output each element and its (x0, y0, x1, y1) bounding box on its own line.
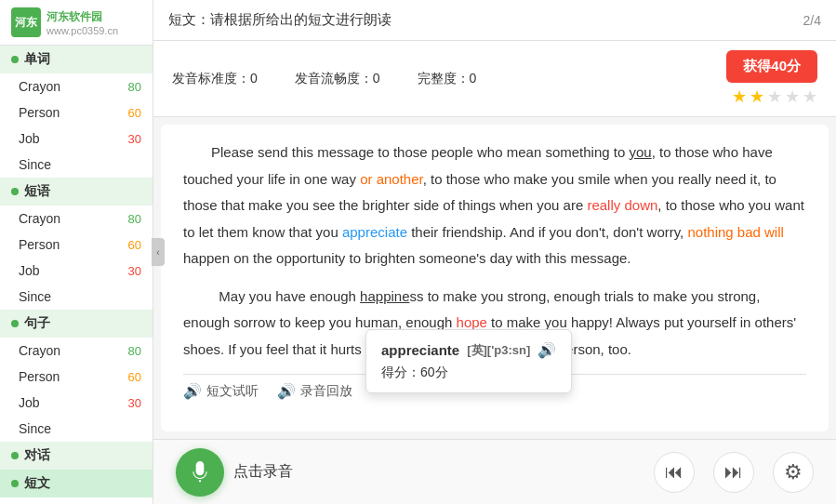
word-tooltip: appreciante [英]['p3:sn] 🔊 得分：60分 (365, 329, 572, 393)
get-score-button[interactable]: 获得40分 (726, 50, 817, 83)
section-phrase: 短语 (0, 178, 153, 206)
settings-icon: ⚙ (784, 460, 803, 484)
listen-label: 短文试听 (206, 383, 259, 400)
sidebar-item-word-job[interactable]: Job30 (0, 126, 153, 152)
sidebar-item-word-since[interactable]: Since (0, 152, 153, 178)
word-hope: hope (457, 314, 487, 330)
sidebar-item-sentence-since[interactable]: Since (0, 416, 153, 442)
section-dialogue: 对话 (0, 442, 153, 470)
sidebar-item-sentence-job[interactable]: Job30 (0, 390, 153, 416)
star-2: ★ (750, 86, 764, 107)
word-appreciate[interactable]: appreciate (342, 224, 407, 240)
sidebar-item-sentence-crayon[interactable]: Crayon80 (0, 338, 153, 364)
sidebar: 河东 河东软件园 www.pc0359.cn 单词 Crayon80 Perso… (0, 0, 153, 504)
star-1: ★ (732, 86, 747, 107)
tooltip-score: 得分：60分 (381, 365, 556, 381)
prev-icon: ⏮ (665, 461, 683, 483)
listen-icon: 🔊 (183, 382, 202, 400)
playback-label: 录音回放 (300, 383, 352, 400)
sidebar-item-phrase-since[interactable]: Since (0, 284, 153, 310)
tooltip-phonetic: [英]['p3:sn] (467, 342, 530, 359)
record-bar: 点击录音 ⏮ ⏭ ⚙ (153, 439, 836, 504)
record-controls: ⏮ ⏭ ⚙ (654, 452, 814, 493)
tooltip-word-row: appreciante [英]['p3:sn] 🔊 (381, 341, 556, 359)
star-4: ★ (785, 86, 800, 107)
star-3: ★ (767, 86, 782, 107)
sidebar-item-sentence-person[interactable]: Person60 (0, 364, 153, 390)
section-passage: 短文 (0, 470, 153, 497)
section-word: 单词 (0, 46, 153, 73)
pronunciation-standard: 发音标准度：0 (172, 71, 258, 87)
listen-button[interactable]: 🔊 短文试听 (183, 382, 259, 400)
sidebar-item-word-crayon[interactable]: Crayon80 (0, 73, 153, 99)
word-really-down[interactable]: really down (587, 197, 657, 213)
word-nothing-bad-will: nothing bad will (687, 224, 783, 240)
word-happiness[interactable]: happine (360, 288, 409, 304)
passage-para1: Please send this message to those people… (183, 139, 806, 272)
record-label: 点击录音 (233, 462, 293, 482)
main-area: 短文：请根据所给出的短文进行朗读 2/4 发音标准度：0 发音流畅度：0 完整度… (153, 0, 836, 504)
sidebar-item-phrase-crayon[interactable]: Crayon80 (0, 206, 153, 232)
next-icon: ⏭ (724, 461, 743, 483)
settings-button[interactable]: ⚙ (773, 452, 814, 493)
prev-button[interactable]: ⏮ (654, 452, 695, 493)
playback-button[interactable]: 🔊 录音回放 (277, 382, 352, 400)
topbar-page: 2/4 (803, 13, 821, 28)
record-left: 点击录音 (176, 448, 293, 497)
completeness: 完整度：0 (418, 71, 477, 87)
logo-site: 河东软件园 (46, 9, 118, 25)
stars: ★ ★ ★ ★ ★ (732, 86, 817, 107)
score-bar: 发音标准度：0 发音流畅度：0 完整度：0 获得40分 ★ ★ ★ ★ ★ (153, 41, 836, 117)
content-area: Please send this message to those people… (161, 125, 829, 431)
word-or-another: or another (360, 171, 423, 187)
sidebar-item-word-person[interactable]: Person60 (0, 99, 153, 126)
topbar: 短文：请根据所给出的短文进行朗读 2/4 (153, 0, 836, 41)
sidebar-collapse-button[interactable]: ‹ (152, 238, 165, 266)
word-you[interactable]: you (629, 144, 651, 160)
section-sentence: 句子 (0, 310, 153, 338)
sidebar-item-phrase-job[interactable]: Job30 (0, 258, 153, 284)
next-button[interactable]: ⏭ (713, 452, 754, 493)
tooltip-sound-button[interactable]: 🔊 (537, 341, 556, 359)
microphone-icon (188, 460, 212, 484)
sidebar-item-phrase-person[interactable]: Person60 (0, 232, 153, 258)
pronunciation-fluency: 发音流畅度：0 (295, 71, 380, 87)
star-5: ★ (803, 86, 817, 107)
logo-url: www.pc0359.cn (46, 25, 118, 36)
topbar-title: 短文：请根据所给出的短文进行朗读 (168, 11, 391, 29)
logo-area: 河东 河东软件园 www.pc0359.cn (0, 0, 153, 46)
playback-icon: 🔊 (277, 382, 296, 400)
tooltip-word-text: appreciante (381, 342, 459, 358)
record-button[interactable] (176, 448, 224, 497)
